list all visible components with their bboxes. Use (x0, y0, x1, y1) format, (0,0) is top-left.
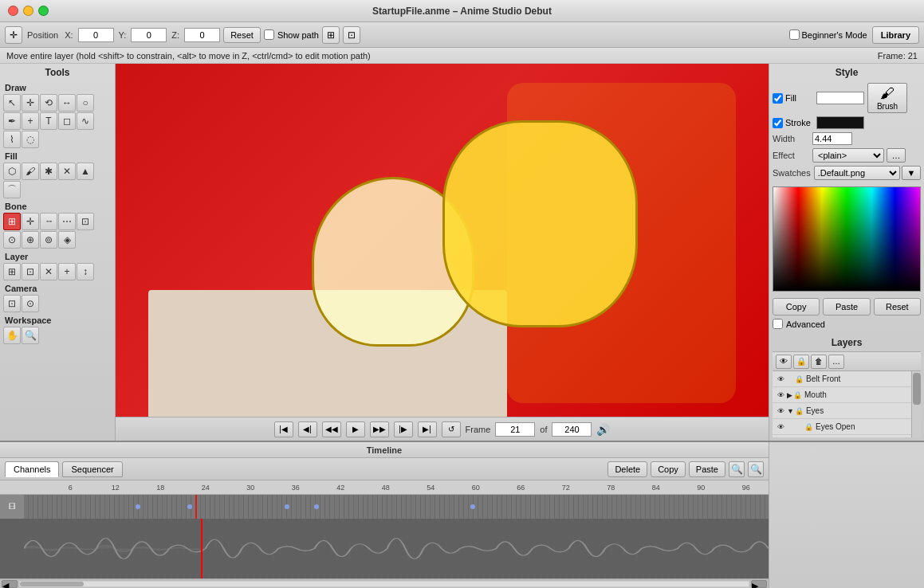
tool-move[interactable]: ✛ (22, 94, 39, 112)
swatches-dropdown-btn[interactable]: ▼ (902, 166, 921, 180)
frame-input[interactable] (495, 422, 535, 437)
tool-pen[interactable]: ✒ (3, 112, 21, 130)
tool-bone-7[interactable]: ⊚ (40, 231, 57, 249)
tool-layer-3[interactable]: ✕ (40, 263, 57, 280)
maximize-button[interactable] (38, 6, 49, 16)
advanced-checkbox[interactable] (773, 319, 783, 329)
btn-loop[interactable]: ↺ (442, 421, 461, 437)
btn-play[interactable]: ▶ (346, 421, 365, 437)
tool-scale[interactable]: ↔ (58, 94, 76, 112)
close-button[interactable] (8, 6, 18, 16)
layer-expand-icon[interactable]: ▼ (787, 407, 794, 415)
tool-bone-6[interactable]: ⊕ (22, 231, 39, 249)
tool-bone-add[interactable]: ╌ (40, 213, 57, 230)
beginners-mode-checkbox[interactable] (789, 29, 800, 40)
tool-bone-select[interactable]: ⊞ (3, 213, 21, 230)
width-input[interactable] (812, 132, 852, 145)
layer-item[interactable]: 👁 ▼ 🔒 Eyes (773, 403, 911, 419)
total-frames-input[interactable] (552, 422, 592, 437)
tool-paint2[interactable]: ▲ (77, 163, 94, 180)
tool-zoom[interactable]: 🔍 (22, 327, 39, 344)
tool-bezier[interactable]: ∿ (77, 112, 94, 130)
fill-color[interactable] (816, 92, 864, 104)
zoom-in-btn[interactable]: 🔍 (729, 461, 745, 477)
y-input[interactable] (131, 28, 167, 42)
scroll-left-btn[interactable]: ◀ (2, 580, 18, 588)
tool-layer-4[interactable]: + (58, 263, 76, 280)
tool-delete-edge[interactable]: ✕ (58, 163, 76, 180)
copy-btn[interactable]: Copy (651, 461, 686, 477)
tool-bone-4[interactable]: ⊡ (77, 213, 94, 230)
tool-paint[interactable]: 🖌 (22, 163, 39, 180)
btn-go-start[interactable]: |◀ (274, 421, 293, 437)
scroll-right-btn[interactable]: ▶ (751, 580, 767, 588)
reset-button[interactable]: Reset (874, 298, 921, 316)
tool-fill[interactable]: ⬡ (3, 163, 21, 180)
tool-add-point[interactable]: + (22, 112, 39, 130)
z-input[interactable] (184, 28, 220, 42)
timeline-scrollbar[interactable]: ◀ ▶ (0, 578, 769, 588)
tool-hide[interactable]: ◌ (22, 131, 39, 148)
effect-select[interactable]: <plain> (812, 148, 884, 163)
stroke-color[interactable] (816, 116, 864, 129)
swatches-select[interactable]: .Default.png (814, 166, 900, 180)
layer-vis[interactable]: 👁 (774, 421, 787, 433)
delete-btn[interactable]: Delete (607, 461, 647, 477)
tool-text[interactable]: T (40, 112, 57, 130)
effect-more-btn[interactable]: … (887, 148, 906, 163)
library-button[interactable]: Library (872, 26, 919, 44)
layer-item[interactable]: 👁 🔒 Belt Front (773, 371, 911, 387)
layer-vis[interactable]: 👁 (774, 389, 787, 402)
tool-camera-1[interactable]: ⊡ (3, 295, 21, 312)
tool-bone-3[interactable]: ⋯ (58, 213, 76, 230)
btn-play-back[interactable]: ◀◀ (322, 421, 341, 437)
layer-vis[interactable]: 👁 (774, 437, 787, 438)
fill-checkbox[interactable] (773, 93, 783, 104)
tool-hair[interactable]: ⌇ (3, 131, 21, 148)
tool-bone-5[interactable]: ⊙ (3, 231, 21, 249)
tool-hand[interactable]: ✋ (3, 327, 21, 344)
sequencer-tab[interactable]: Sequencer (62, 461, 122, 477)
volume-icon[interactable]: 🔊 (596, 423, 610, 436)
btn-go-end[interactable]: ▶| (418, 421, 437, 437)
color-picker[interactable] (773, 186, 921, 292)
copy-button[interactable]: Copy (773, 298, 820, 316)
btn-step-back[interactable]: ◀| (298, 421, 317, 437)
layer-vis[interactable]: 👁 (774, 405, 787, 417)
paste-button[interactable]: Paste (823, 298, 870, 316)
layers-tool-1[interactable]: 👁 (776, 355, 792, 369)
tool-stroke[interactable]: ✱ (40, 163, 57, 180)
layers-scroll-thumb[interactable] (913, 373, 921, 405)
minimize-button[interactable] (23, 6, 33, 16)
brush-button[interactable]: 🖌 Brush (867, 83, 907, 113)
tool-rotate[interactable]: ⟲ (40, 94, 57, 112)
btn-step-fwd[interactable]: |▶ (394, 421, 413, 437)
zoom-out-btn[interactable]: 🔍 (748, 461, 764, 477)
tool-eraser[interactable]: ◻ (58, 112, 76, 130)
layers-tool-2[interactable]: 🔒 (793, 355, 809, 369)
paste-btn[interactable]: Paste (689, 461, 725, 477)
tool-bone-8[interactable]: ◈ (58, 231, 76, 249)
layers-tool-3[interactable]: 🗑 (811, 355, 827, 369)
navigate-icon-2[interactable]: ⊡ (343, 26, 360, 44)
tool-layer-1[interactable]: ⊞ (3, 263, 21, 280)
btn-play-fwd[interactable]: ▶▶ (370, 421, 389, 437)
layers-scrollbar[interactable] (911, 371, 921, 437)
layer-expand-icon[interactable]: ▶ (787, 391, 792, 399)
move-icon[interactable]: ✛ (5, 26, 22, 44)
tool-camera-2[interactable]: ⊙ (22, 295, 39, 312)
scroll-thumb[interactable] (20, 582, 84, 586)
layers-tool-more[interactable]: … (828, 355, 844, 369)
layer-item[interactable]: 👁 ▶ 🔒 Mouth (773, 387, 911, 403)
tool-bone-move[interactable]: ✛ (22, 213, 39, 230)
tool-layer-5[interactable]: ↕ (77, 263, 94, 280)
layer-item[interactable]: 👁 🔒 Eyes Open (773, 419, 911, 435)
tool-select[interactable]: ↖ (3, 94, 21, 112)
window-controls[interactable] (8, 6, 49, 16)
show-path-checkbox[interactable] (264, 29, 274, 40)
stroke-checkbox[interactable] (773, 118, 783, 128)
tool-draw[interactable]: ○ (77, 94, 94, 112)
channels-tab[interactable]: Channels (5, 461, 59, 477)
layer-item[interactable]: 👁 🔒 Eyes Smile (773, 435, 911, 437)
x-input[interactable] (78, 28, 114, 42)
